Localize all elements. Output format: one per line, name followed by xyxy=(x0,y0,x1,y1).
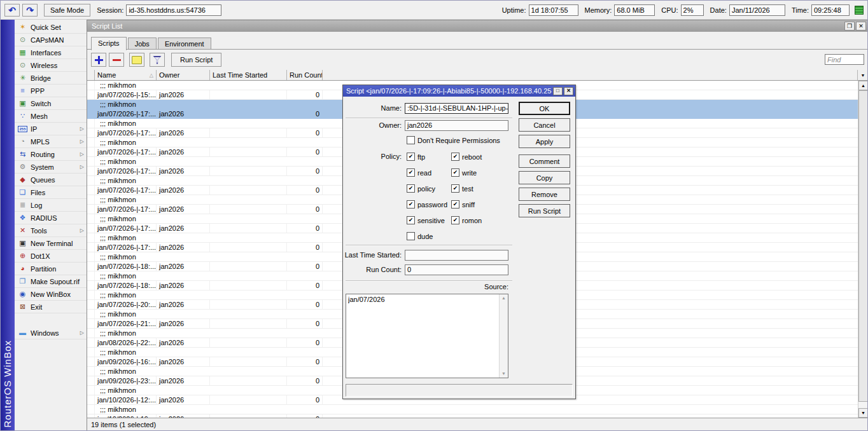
sidebar-item-new-terminal[interactable]: ▣New Terminal xyxy=(15,237,87,250)
owner-column-header[interactable]: Owner xyxy=(157,70,210,80)
sidebar-item-files[interactable]: ❏Files xyxy=(15,186,87,199)
sidebar-item-label: MPLS xyxy=(31,138,77,146)
sidebar-item-make-supout-rif[interactable]: ❐Make Supout.rif xyxy=(15,275,87,288)
run-script-button[interactable]: Run Script xyxy=(519,204,570,217)
sidebar-item-ip[interactable]: 255IP▷ xyxy=(15,123,87,135)
sidebar-item-log[interactable]: ≣Log xyxy=(15,199,87,212)
dialog-maximize-icon[interactable]: □ xyxy=(553,87,563,95)
tab-jobs[interactable]: Jobs xyxy=(128,38,157,50)
source-scrollbar[interactable]: ▲ ▼ xyxy=(499,294,508,378)
checkbox-box: ✔ xyxy=(407,184,415,193)
sidebar-item-capsman[interactable]: ⊙CAPsMAN xyxy=(15,34,87,46)
sidebar-item-dot1x[interactable]: ⊕Dot1X xyxy=(15,250,87,263)
filter-button[interactable] xyxy=(150,53,165,67)
row-flag-cell xyxy=(87,367,95,376)
sidebar-item-queues[interactable]: ◆Queues xyxy=(15,174,87,186)
undo-button[interactable]: ↶ xyxy=(4,4,20,17)
sidebar-item-radius[interactable]: ❖RADIUS xyxy=(15,212,87,224)
run-count-cell: 0 xyxy=(287,147,323,156)
table-row-comment[interactable]: ;;; mikhmon xyxy=(87,405,858,414)
policy-checkbox-test[interactable]: ✔test xyxy=(451,184,512,193)
column-select-button[interactable]: ▼ xyxy=(857,70,868,80)
sidebar-item-wireless[interactable]: ⊙Wireless xyxy=(15,59,87,72)
policy-checkbox-reboot[interactable]: ✔reboot xyxy=(451,153,512,161)
sidebar-item-bridge[interactable]: ✳Bridge xyxy=(15,72,87,85)
sidebar-item-quick-set[interactable]: ✶Quick Set xyxy=(15,21,87,34)
flag-column-header[interactable] xyxy=(87,70,95,80)
policy-checkbox-policy[interactable]: ✔policy xyxy=(407,184,451,193)
run-count-column-header[interactable]: Run Count xyxy=(287,70,323,80)
checkbox-box: ✔ xyxy=(451,168,459,177)
row-flag-cell xyxy=(87,329,95,338)
copy-button[interactable]: Copy xyxy=(519,171,570,184)
name-column-header[interactable]: Name △ xyxy=(95,70,157,80)
dont-require-checkbox[interactable]: Don't Require Permissions xyxy=(407,136,500,144)
owner-cell: jan2026 xyxy=(157,357,210,366)
top-toolbar: ↶ ↷ Safe Mode Session: id-35.hostddns.us… xyxy=(1,1,867,20)
row-flag-cell xyxy=(87,138,95,147)
run-count-cell: 0 xyxy=(287,262,323,271)
source-scroll-up-icon[interactable]: ▲ xyxy=(500,294,508,302)
source-scroll-down-icon[interactable]: ▼ xyxy=(500,370,508,378)
sidebar-item-ppp[interactable]: ≡PPP xyxy=(15,85,87,97)
vertical-scrollbar[interactable]: ▲ ▼ xyxy=(858,81,868,418)
remove-button[interactable] xyxy=(109,53,124,67)
policy-grid: ✔ftp✔reboot✔read✔write✔policy✔test✔passw… xyxy=(407,153,512,248)
policy-checkbox-dude[interactable]: dude xyxy=(407,232,451,240)
tab-environment[interactable]: Environment xyxy=(158,38,211,50)
bridge-icon: ✳ xyxy=(18,74,27,81)
sidebar-item-windows[interactable]: ▬Windows▷ xyxy=(15,327,87,339)
safe-mode-button[interactable]: Safe Mode xyxy=(44,4,90,17)
apply-button[interactable]: Apply xyxy=(519,135,570,148)
policy-checkbox-password[interactable]: ✔password xyxy=(407,200,451,209)
minus-icon xyxy=(113,59,121,61)
sidebar-item-interfaces[interactable]: ▦Interfaces xyxy=(15,46,87,59)
run-script-toolbar-button[interactable]: Run Script xyxy=(171,53,221,67)
comment-button[interactable] xyxy=(129,53,144,67)
source-textarea[interactable]: jan/07/2026 ▲ ▼ xyxy=(346,294,508,378)
sidebar-item-partition[interactable]: ◕Partition xyxy=(15,263,87,275)
row-flag-cell xyxy=(87,348,95,357)
find-input[interactable] xyxy=(825,54,864,65)
policy-checkbox-write[interactable]: ✔write xyxy=(451,168,512,177)
comment-button[interactable]: Comment xyxy=(519,154,570,168)
scrollbar-track[interactable] xyxy=(858,90,868,408)
policy-checkbox-read[interactable]: ✔read xyxy=(407,168,451,177)
close-icon[interactable]: ✕ xyxy=(856,22,866,31)
session-field[interactable]: id-35.hostddns.us:54736 xyxy=(126,4,221,16)
add-button[interactable] xyxy=(91,53,106,67)
dialog-close-icon[interactable]: ✕ xyxy=(564,87,573,95)
scroll-down-icon[interactable]: ▼ xyxy=(858,408,868,418)
dialog-titlebar[interactable]: Script <jan/07/2026-|-17:09:26-|-Abiabi8… xyxy=(343,85,575,97)
date-value: Jan/11/2026 xyxy=(729,4,785,16)
policy-checkbox-sniff[interactable]: ✔sniff xyxy=(451,200,512,209)
name-field[interactable]: :5D-|-31d-|-SEBULAN-1HP-|-up- xyxy=(405,103,508,114)
remove-button[interactable]: Remove xyxy=(519,188,570,201)
scrollbar-thumb[interactable] xyxy=(858,90,868,402)
sidebar-item-exit[interactable]: ⊠Exit xyxy=(15,301,87,313)
last-time-started-cell xyxy=(210,128,287,137)
cancel-button[interactable]: Cancel xyxy=(519,118,570,132)
filter-icon xyxy=(153,56,162,64)
redo-button[interactable]: ↷ xyxy=(22,4,38,17)
script-list-titlebar[interactable]: Script List ❐ ✕ xyxy=(87,20,868,32)
scroll-up-icon[interactable]: ▲ xyxy=(858,81,868,90)
sidebar-item-mpls[interactable]: ◔MPLS▷ xyxy=(15,135,87,148)
run-count-cell: 0 xyxy=(287,281,323,290)
sidebar-item-mesh[interactable]: ∵Mesh xyxy=(15,110,87,123)
last-time-started-column-header[interactable]: Last Time Started xyxy=(210,70,287,80)
maximize-icon[interactable]: ❐ xyxy=(844,22,855,31)
tab-scripts[interactable]: Scripts xyxy=(91,37,127,50)
sidebar-item-tools[interactable]: ✕Tools▷ xyxy=(15,224,87,237)
ok-button[interactable]: OK xyxy=(519,102,570,115)
submenu-arrow-icon: ▷ xyxy=(80,151,84,157)
policy-checkbox-romon[interactable]: ✔romon xyxy=(451,216,512,224)
policy-checkbox-sensitive[interactable]: ✔sensitive xyxy=(407,216,451,224)
sidebar-item-routing[interactable]: ⇆Routing▷ xyxy=(15,148,87,161)
sidebar-item-system[interactable]: ⚙System▷ xyxy=(15,161,87,174)
policy-checkbox-ftp[interactable]: ✔ftp xyxy=(407,153,451,161)
sidebar-item-switch[interactable]: ▣Switch xyxy=(15,97,87,110)
sidebar-item-new-winbox[interactable]: ◉New WinBox xyxy=(15,288,87,301)
session-label: Session: xyxy=(97,6,123,14)
sidebar-menu: ✶Quick Set⊙CAPsMAN▦Interfaces⊙Wireless✳B… xyxy=(15,20,87,431)
